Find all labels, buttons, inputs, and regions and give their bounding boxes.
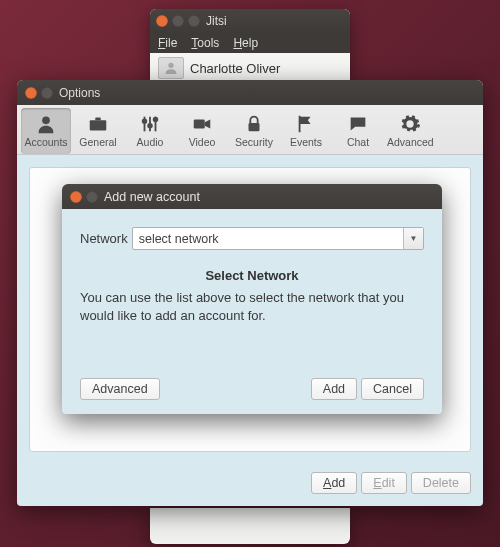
options-toolbar: Accounts General Audio Video Security xyxy=(17,105,483,155)
advanced-button[interactable]: Advanced xyxy=(80,378,160,400)
tab-audio[interactable]: Audio xyxy=(125,108,175,154)
maximize-icon[interactable] xyxy=(188,15,200,27)
menu-help[interactable]: Help xyxy=(233,36,258,50)
menu-file[interactable]: File xyxy=(158,36,177,50)
tab-accounts[interactable]: Accounts xyxy=(21,108,71,154)
jitsi-menubar: File Tools Help xyxy=(150,33,350,53)
tab-events[interactable]: Events xyxy=(281,108,331,154)
tab-label: Events xyxy=(283,136,329,148)
minimize-icon[interactable] xyxy=(172,15,184,27)
options-footer: Add Edit Delete xyxy=(17,464,483,506)
dialog-title: Add new account xyxy=(104,190,200,204)
cancel-button[interactable]: Cancel xyxy=(361,378,424,400)
svg-rect-2 xyxy=(90,120,107,130)
menu-tools[interactable]: Tools xyxy=(191,36,219,50)
svg-point-1 xyxy=(42,116,50,124)
minimize-icon[interactable] xyxy=(86,191,98,203)
options-titlebar[interactable]: Options xyxy=(17,80,483,105)
svg-point-0 xyxy=(168,63,173,68)
tab-chat[interactable]: Chat xyxy=(333,108,383,154)
tab-video[interactable]: Video xyxy=(177,108,227,154)
tab-label: Video xyxy=(179,136,225,148)
delete-button[interactable]: Delete xyxy=(411,472,471,494)
jitsi-window: Jitsi File Tools Help Charlotte Oliver xyxy=(150,9,350,83)
close-icon[interactable] xyxy=(156,15,168,27)
jitsi-titlebar[interactable]: Jitsi xyxy=(150,9,350,33)
svg-point-8 xyxy=(148,124,152,128)
flag-icon xyxy=(283,112,329,136)
jitsi-title: Jitsi xyxy=(206,14,227,28)
options-title: Options xyxy=(59,86,100,100)
tab-label: Accounts xyxy=(23,136,69,148)
network-field-row: Network select network ▼ xyxy=(80,227,424,250)
minimize-icon[interactable] xyxy=(41,87,53,99)
network-value: select network xyxy=(139,232,219,246)
network-label: Network xyxy=(80,231,128,246)
tab-advanced[interactable]: Advanced xyxy=(385,108,435,154)
contact-row[interactable]: Charlotte Oliver xyxy=(150,53,350,83)
tab-general[interactable]: General xyxy=(73,108,123,154)
svg-rect-10 xyxy=(194,119,205,128)
contact-name: Charlotte Oliver xyxy=(190,61,280,76)
briefcase-icon xyxy=(75,112,121,136)
svg-rect-11 xyxy=(249,123,260,131)
tab-label: Audio xyxy=(127,136,173,148)
dialog-add-button[interactable]: Add xyxy=(311,378,357,400)
tab-security[interactable]: Security xyxy=(229,108,279,154)
dialog-heading: Select Network xyxy=(80,268,424,283)
video-camera-icon xyxy=(179,112,225,136)
tab-label: Advanced xyxy=(387,136,433,148)
add-account-dialog: Add new account Network select network ▼… xyxy=(62,184,442,414)
gear-icon xyxy=(387,112,433,136)
add-button[interactable]: Add xyxy=(311,472,357,494)
accounts-person-icon xyxy=(23,112,69,136)
avatar-icon xyxy=(158,57,184,79)
tab-label: Chat xyxy=(335,136,381,148)
network-combobox[interactable]: select network ▼ xyxy=(132,227,424,250)
dialog-titlebar[interactable]: Add new account xyxy=(62,184,442,209)
close-icon[interactable] xyxy=(25,87,37,99)
close-icon[interactable] xyxy=(70,191,82,203)
svg-point-9 xyxy=(154,118,158,122)
tab-label: Security xyxy=(231,136,277,148)
jitsi-window-bottom xyxy=(150,508,350,544)
tab-label: General xyxy=(75,136,121,148)
svg-point-7 xyxy=(143,119,147,123)
dialog-description: You can use the list above to select the… xyxy=(80,289,424,324)
chevron-down-icon[interactable]: ▼ xyxy=(403,228,423,249)
audio-sliders-icon xyxy=(127,112,173,136)
svg-rect-3 xyxy=(95,118,101,121)
edit-button[interactable]: Edit xyxy=(361,472,407,494)
lock-icon xyxy=(231,112,277,136)
chat-bubble-icon xyxy=(335,112,381,136)
